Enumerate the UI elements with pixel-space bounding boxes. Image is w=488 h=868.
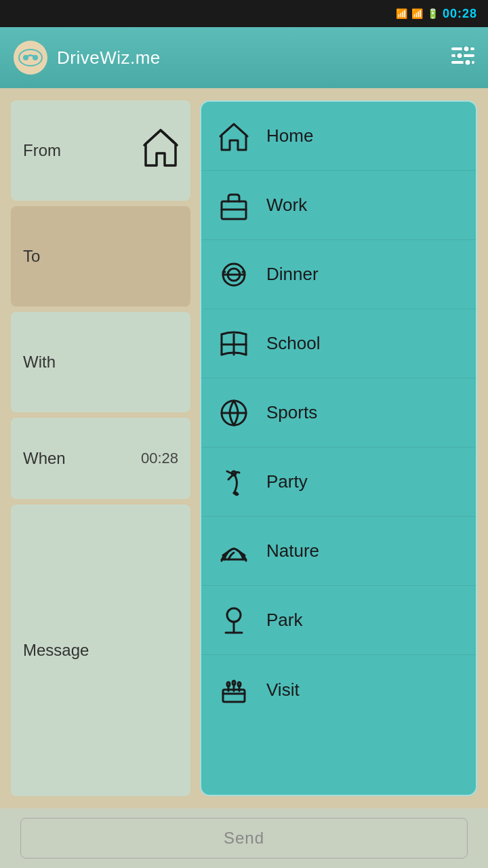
main-content: From To With When 00:28 Message (0, 88, 488, 808)
send-button[interactable]: Send (20, 818, 468, 859)
park-icon (216, 603, 251, 638)
app-bar: DriveWiz.me (0, 27, 488, 88)
from-label: From (23, 141, 61, 160)
svg-point-30 (227, 682, 230, 686)
menu-item-home[interactable]: Home (201, 102, 476, 171)
menu-label-school: School (266, 333, 321, 354)
with-field[interactable]: With (11, 312, 190, 412)
menu-label-party: Party (266, 471, 308, 492)
status-time: 00:28 (443, 7, 477, 21)
home-icon (216, 119, 251, 154)
menu-label-park: Park (266, 610, 302, 631)
battery-icon: 🔋 (427, 8, 439, 19)
menu-item-sports[interactable]: Sports (201, 378, 476, 448)
svg-point-4 (463, 46, 470, 52)
svg-point-32 (238, 682, 241, 686)
menu-item-work[interactable]: Work (201, 171, 476, 240)
settings-button[interactable] (451, 46, 474, 69)
message-label: Message (23, 641, 89, 660)
app-title: DriveWiz.me (57, 47, 161, 68)
app-bar-left: DriveWiz.me (14, 41, 161, 75)
menu-arrow (200, 285, 204, 312)
menu-item-nature[interactable]: Nature (201, 517, 476, 586)
menu-item-dinner[interactable]: Dinner (201, 240, 476, 309)
party-icon (216, 465, 251, 500)
menu-label-home: Home (266, 125, 313, 146)
svg-point-31 (232, 681, 235, 685)
status-icons: 📶 📶 🔋 00:28 (396, 7, 477, 21)
menu-item-visit[interactable]: Visit (201, 655, 476, 724)
menu-item-school[interactable]: School (201, 309, 476, 378)
left-panel: From To With When 00:28 Message (11, 100, 190, 796)
when-field[interactable]: When 00:28 (11, 418, 190, 499)
menu-label-sports: Sports (266, 402, 317, 423)
signal-icon: 📶 (411, 8, 423, 19)
work-icon (216, 188, 251, 223)
when-label: When (23, 449, 66, 468)
menu-label-visit: Visit (266, 679, 300, 701)
to-field[interactable]: To (11, 206, 190, 307)
menu-item-party[interactable]: Party (201, 448, 476, 517)
sports-icon (216, 395, 251, 431)
menu-label-nature: Nature (266, 540, 319, 561)
wifi-icon: 📶 (396, 8, 407, 19)
menu-item-park[interactable]: Park (201, 586, 476, 655)
menu-label-dinner: Dinner (266, 264, 319, 285)
svg-point-6 (456, 52, 463, 59)
svg-point-8 (464, 59, 471, 65)
when-value: 00:28 (141, 450, 178, 467)
message-field[interactable]: Message (11, 505, 190, 796)
status-bar: 📶 📶 🔋 00:28 (0, 0, 488, 27)
from-icon (143, 129, 178, 173)
destination-menu: Home Work (200, 100, 477, 796)
with-label: With (23, 353, 56, 372)
to-label: To (23, 247, 40, 266)
menu-label-work: Work (266, 195, 307, 216)
svg-point-22 (227, 608, 241, 622)
svg-point-0 (19, 50, 42, 66)
school-icon (216, 326, 251, 361)
dinner-icon (216, 257, 251, 292)
bottom-bar: Send (0, 808, 488, 868)
from-field[interactable]: From (11, 100, 190, 201)
nature-icon (216, 534, 251, 569)
app-logo (14, 41, 47, 75)
visit-icon (216, 672, 251, 707)
